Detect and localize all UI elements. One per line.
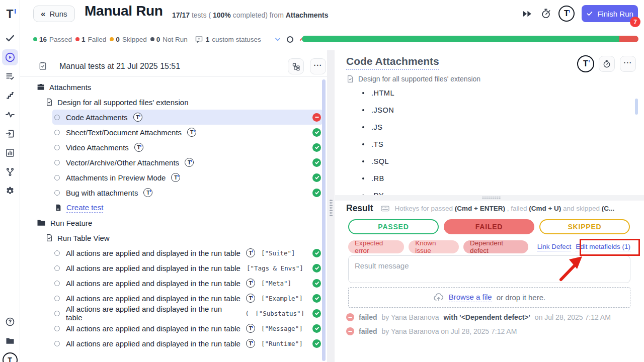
status-passed-icon	[312, 143, 321, 152]
tree-test-row[interactable]: Sheet/Text/Document AttachmentsT	[52, 125, 323, 140]
tree-test-row[interactable]: Bug with attachmentsT	[52, 185, 323, 200]
rail-runs-icon[interactable]	[2, 49, 18, 65]
stopwatch-icon[interactable]	[540, 8, 551, 19]
tree-test-row[interactable]: All actions are applied and displayed in…	[52, 260, 323, 276]
test-label: Vector/Archive/Other Attachments	[66, 158, 179, 167]
custom-statuses[interactable]: 1 custom statuses	[195, 35, 261, 44]
section-drag-handle[interactable]	[482, 196, 501, 200]
test-state-circle-icon	[54, 326, 60, 331]
tree-suite-row[interactable]: Run Feature	[36, 215, 323, 230]
test-label: All actions are applied and displayed in…	[66, 264, 240, 273]
status-count-passed[interactable]: 16Passed	[33, 36, 72, 43]
keyboard-icon	[380, 204, 390, 213]
test-tag: ["Substatus"]	[255, 310, 304, 317]
stopwatch-icon	[602, 59, 611, 68]
skipped-button[interactable]: SKIPPED	[539, 219, 630, 234]
detail-feature-label: Design for all supported files' extensio…	[358, 75, 480, 83]
rail-app-logo-icon[interactable]: T	[2, 6, 18, 22]
tree-view-button[interactable]	[288, 58, 304, 74]
substatus-pill[interactable]: Expected error	[348, 240, 404, 253]
extension-list: .HTML.JSON.JS.TS.SQL.RB.PY	[362, 84, 564, 201]
rail-projects-icon[interactable]	[2, 333, 18, 349]
tree-create-test-row[interactable]: Create test	[52, 200, 323, 215]
tree-feature-row[interactable]: Design for all supported files' extensio…	[45, 95, 323, 110]
rail-steps-icon[interactable]	[2, 87, 18, 104]
status-count-skipped[interactable]: 0Skipped	[110, 36, 146, 43]
link-defect-link[interactable]: Link Defect	[537, 243, 572, 251]
tree-structure-icon	[292, 62, 300, 71]
passed-button[interactable]: PASSED	[348, 219, 439, 234]
tree-test-row[interactable]: Code AttachmentsT	[52, 110, 323, 125]
custom-status-count: 1	[206, 36, 210, 43]
test-detail-title[interactable]: Code Attachments	[346, 55, 439, 70]
status-passed-icon	[312, 309, 321, 318]
extension-item: .HTML	[362, 84, 564, 102]
file-dropzone[interactable]: Browse a file or drop it here.	[348, 287, 630, 308]
detail-more-button[interactable]: ···	[620, 56, 636, 72]
substatus-pill[interactable]: Dependent defect	[463, 240, 528, 253]
test-tag: ["Message"]	[261, 325, 303, 332]
automation-badge-icon: T	[246, 339, 255, 348]
suite-label: Run Feature	[50, 219, 92, 227]
browse-file-link[interactable]: Browse a file	[449, 293, 492, 302]
rail-import-icon[interactable]	[2, 126, 18, 142]
detail-timer-button[interactable]	[599, 56, 615, 72]
notification-badge[interactable]: 7	[630, 17, 640, 27]
rail-analytics-icon[interactable]	[2, 145, 18, 161]
splitter-drag-handle[interactable]	[330, 199, 333, 217]
circle-status-icon[interactable]	[287, 36, 293, 43]
tree-test-row[interactable]: Video AttachmentsT	[52, 140, 323, 155]
finish-run-button[interactable]: Finish Run	[582, 5, 638, 22]
tree-test-row[interactable]: All actions are applied and displayed in…	[52, 245, 323, 260]
rail-settings-icon[interactable]	[2, 183, 18, 199]
tree-test-row[interactable]: Vector/Archive/Other AttachmentsT	[52, 155, 323, 170]
back-to-runs-button[interactable]: « Runs	[33, 6, 75, 22]
test-label: All actions are applied and displayed in…	[66, 249, 240, 257]
panel-header-divider	[20, 76, 332, 77]
status-failed-icon	[312, 113, 321, 122]
tree-test-row[interactable]: Attachments in Preview ModeT	[52, 170, 323, 185]
extension-item: .TS	[362, 136, 564, 153]
extension-item: .SQL	[362, 153, 564, 170]
automation-badge-icon: T	[134, 143, 143, 152]
tree-suite-row[interactable]: Attachments	[36, 79, 323, 95]
clipboard-check-icon	[38, 61, 47, 70]
bullet-icon	[362, 177, 364, 179]
check-icon	[586, 10, 593, 17]
rail-activity-icon[interactable]	[2, 107, 18, 123]
extension-item: .JSON	[362, 102, 564, 119]
detail-feature-row: Design for all supported files' extensio…	[346, 75, 480, 83]
rail-test-plans-icon[interactable]	[2, 68, 18, 84]
detail-logo-badge[interactable]: T	[577, 55, 594, 72]
rail-help-icon[interactable]	[2, 314, 18, 330]
status-count-failed[interactable]: 1Failed	[75, 36, 106, 43]
tree-test-row[interactable]: All actions are applied and displayed in…	[52, 336, 323, 351]
panel-more-button[interactable]: ···	[310, 58, 326, 74]
drop-hint-label: or drop it here.	[497, 293, 546, 302]
test-state-circle-icon	[54, 341, 60, 346]
rail-profile-icon[interactable]: T	[2, 352, 18, 362]
create-test-link[interactable]: Create test	[66, 203, 103, 213]
right-scrollbar-thumb[interactable]	[635, 99, 638, 115]
tree-test-row[interactable]: All actions are applied and displayed in…	[52, 306, 323, 321]
chevrons-left-icon: «	[41, 9, 45, 19]
chevron-down-icon[interactable]	[274, 36, 281, 43]
page-title: Manual Run	[85, 3, 163, 19]
test-state-circle-icon	[54, 281, 60, 286]
tree-test-row[interactable]: All actions are applied and displayed in…	[52, 291, 323, 306]
rail-branches-icon[interactable]	[2, 164, 18, 180]
fast-forward-icon[interactable]	[522, 10, 532, 18]
rail-checks-icon[interactable]	[2, 30, 18, 46]
tree-feature-row[interactable]: Run Table View	[45, 230, 323, 245]
substatus-pill[interactable]: Known issue	[409, 240, 459, 253]
document-check-icon	[45, 234, 53, 242]
history-entry: failed by Yana Baranova on Jul 28, 2025 …	[346, 326, 638, 337]
status-count-not-run[interactable]: 0Not Run	[150, 36, 188, 43]
tree-test-row[interactable]: All actions are applied and displayed in…	[52, 276, 323, 291]
header-logo-badge[interactable]: T	[558, 6, 575, 22]
feature-label: Design for all supported files' extensio…	[57, 98, 189, 107]
test-tag: ["Runtime"]	[261, 340, 303, 347]
left-scrollbar-thumb[interactable]	[322, 79, 326, 361]
tree-test-row[interactable]: All actions are applied and displayed in…	[52, 321, 323, 336]
failed-button[interactable]: FAILED	[444, 219, 534, 234]
